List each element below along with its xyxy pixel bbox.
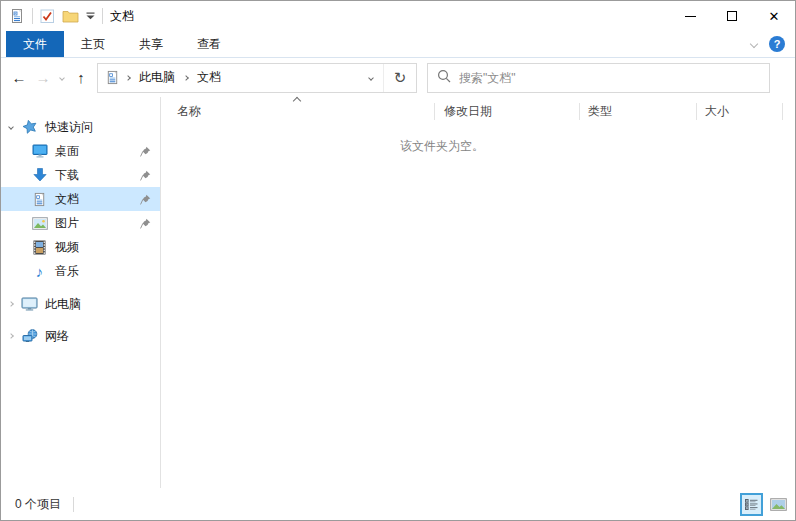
sort-ascending-icon <box>292 97 300 105</box>
documents-icon <box>9 8 25 24</box>
quick-access-toolbar <box>9 8 103 24</box>
column-header-size[interactable]: 大小 <box>697 97 782 125</box>
sidebar-item-documents[interactable]: 文档 <box>1 187 160 211</box>
address-bar[interactable]: 此电脑 文档 ↻ <box>97 63 417 93</box>
sidebar-item-label: 图片 <box>55 215 79 232</box>
breadcrumb-this-pc[interactable]: 此电脑 <box>131 64 183 92</box>
navigation-toolbar: ← → ↑ 此电脑 文档 ↻ <box>1 58 795 97</box>
network-icon <box>21 329 38 343</box>
status-divider <box>73 497 74 512</box>
tab-view[interactable]: 查看 <box>180 31 238 57</box>
sidebar-item-music[interactable]: ♪ 音乐 <box>1 259 160 283</box>
history-dropdown-icon[interactable] <box>55 64 69 92</box>
sidebar-item-videos[interactable]: 视频 <box>1 235 160 259</box>
ribbon-right-controls: ? <box>751 31 795 57</box>
tab-home[interactable]: 主页 <box>64 31 122 57</box>
tab-file[interactable]: 文件 <box>6 31 64 57</box>
details-view-button[interactable] <box>740 493 763 516</box>
sidebar-item-desktop[interactable]: 桌面 <box>1 139 160 163</box>
sidebar-group-quick-access[interactable]: 快速访问 <box>1 115 160 139</box>
window-title: 文档 <box>110 8 134 25</box>
sidebar-item-label: 下载 <box>55 167 79 184</box>
thumbnails-view-icon <box>770 498 787 511</box>
ribbon-tab-bar: 文件 主页 共享 查看 ? <box>1 31 795 58</box>
up-button[interactable]: ↑ <box>69 64 93 92</box>
sidebar-group-label: 快速访问 <box>45 119 93 136</box>
view-switcher <box>740 493 795 516</box>
pin-icon <box>140 218 151 229</box>
qat-separator <box>102 8 103 24</box>
breadcrumb-documents[interactable]: 文档 <box>189 64 229 92</box>
maximize-button[interactable] <box>711 1 753 31</box>
document-icon <box>31 192 48 207</box>
sidebar-item-label: 视频 <box>55 239 79 256</box>
thumbnails-view-button[interactable] <box>767 493 790 516</box>
sidebar-item-label: 音乐 <box>55 263 79 280</box>
chevron-right-icon[interactable] <box>1 334 21 338</box>
address-dropdown-icon[interactable] <box>359 64 383 92</box>
computer-icon <box>21 297 38 311</box>
status-bar: 0 个项目 <box>1 488 795 520</box>
sidebar-group-label: 网络 <box>45 328 69 345</box>
pin-icon <box>140 146 151 157</box>
sidebar-item-label: 桌面 <box>55 143 79 160</box>
qat-dropdown-icon[interactable] <box>86 12 95 20</box>
sidebar-item-label: 文档 <box>55 191 79 208</box>
close-button[interactable]: ✕ <box>753 1 795 31</box>
search-input[interactable] <box>459 71 760 85</box>
column-header-name[interactable]: 名称 <box>161 97 434 125</box>
minimize-button[interactable] <box>669 1 711 31</box>
navigation-pane: 快速访问 桌面 下载 <box>1 97 161 488</box>
tab-share[interactable]: 共享 <box>122 31 180 57</box>
download-icon <box>31 168 48 183</box>
collapse-ribbon-icon[interactable] <box>750 40 758 48</box>
file-list-pane: 名称 修改日期 类型 大小 该文件夹为空。 <box>161 97 795 488</box>
item-count: 0 个项目 <box>15 496 61 513</box>
new-folder-icon[interactable] <box>62 9 79 23</box>
sidebar-group-this-pc[interactable]: 此电脑 <box>1 292 160 316</box>
window-body: 快速访问 桌面 下载 <box>1 97 795 488</box>
search-box[interactable] <box>427 63 770 93</box>
location-documents-icon[interactable] <box>98 70 125 85</box>
details-view-icon <box>745 499 758 510</box>
back-button[interactable]: ← <box>7 64 31 92</box>
explorer-window: 文档 ✕ 文件 主页 共享 查看 ? ← → ↑ 此电脑 文档 <box>0 0 796 521</box>
qat-separator <box>32 8 33 24</box>
sidebar-group-label: 此电脑 <box>45 296 81 313</box>
checkmark-icon[interactable] <box>40 9 55 24</box>
column-header-type[interactable]: 类型 <box>580 97 696 125</box>
music-icon: ♪ <box>31 263 48 280</box>
pictures-icon <box>31 217 48 230</box>
chevron-right-icon[interactable] <box>1 302 21 306</box>
refresh-button[interactable]: ↻ <box>384 64 416 92</box>
window-controls: ✕ <box>669 1 795 31</box>
quick-access-star-icon <box>21 119 38 135</box>
sidebar-group-network[interactable]: 网络 <box>1 324 160 348</box>
chevron-down-icon[interactable] <box>1 125 21 129</box>
minimize-icon <box>685 16 696 17</box>
title-bar: 文档 ✕ <box>1 1 795 31</box>
search-icon <box>437 69 451 86</box>
desktop-icon <box>31 144 48 158</box>
column-headers: 名称 修改日期 类型 大小 <box>161 97 795 125</box>
close-icon: ✕ <box>769 10 780 23</box>
column-header-date-modified[interactable]: 修改日期 <box>435 97 579 125</box>
sidebar-item-downloads[interactable]: 下载 <box>1 163 160 187</box>
forward-button[interactable]: → <box>31 64 55 92</box>
video-icon <box>31 240 48 255</box>
help-button[interactable]: ? <box>769 36 785 52</box>
sidebar-item-pictures[interactable]: 图片 <box>1 211 160 235</box>
pin-icon <box>140 194 151 205</box>
maximize-icon <box>727 11 737 21</box>
empty-folder-message: 该文件夹为空。 <box>161 138 795 155</box>
pin-icon <box>140 170 151 181</box>
column-divider[interactable] <box>782 103 783 120</box>
